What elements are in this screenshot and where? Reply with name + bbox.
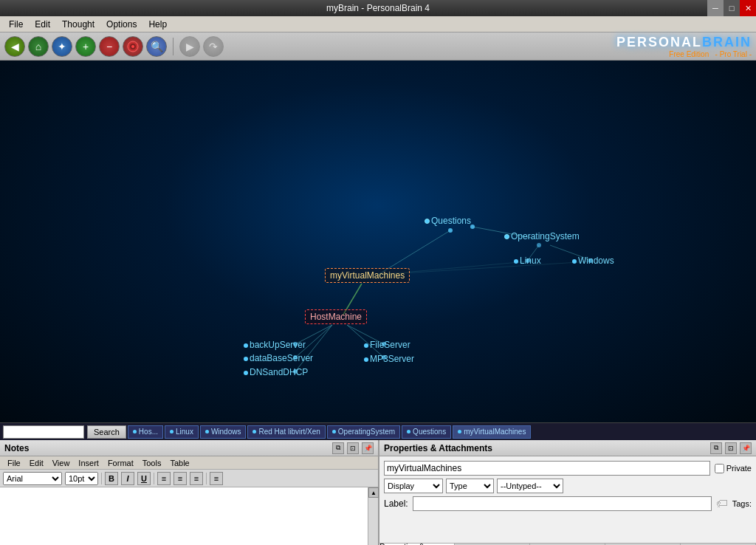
node-dnsanddhcp[interactable]: DNSandDHCP: [244, 367, 308, 377]
props-pin-icon[interactable]: 📌: [740, 442, 752, 454]
align-center-button[interactable]: ≡: [173, 472, 187, 485]
notes-menu: File Edit View Insert Format Tools Table: [0, 456, 378, 470]
notes-pin-icon[interactable]: 📌: [362, 442, 374, 454]
notes-menu-tools[interactable]: Tools: [138, 458, 166, 468]
forward-button[interactable]: ▶: [179, 36, 200, 57]
bottom-panels: Notes ⧉ ⊡ 📌 File Edit View Insert Format…: [0, 440, 756, 545]
toolbar: ◀ ⌂ ✦ + − 🔍 ▶ ↷ PERSONALBRAIN Free Editi…: [0, 32, 756, 61]
minimize-button[interactable]: ─: [707, 0, 724, 16]
props-restore-icon[interactable]: ⊡: [725, 442, 737, 454]
props-expand-icon[interactable]: ⧉: [710, 442, 722, 454]
tags-label: Tags:: [732, 499, 752, 508]
scroll-up[interactable]: ▲: [368, 487, 379, 498]
logo: PERSONALBRAIN Free Edition - Pro Trial -: [616, 35, 752, 58]
menu-item-thought[interactable]: Thought: [56, 18, 100, 31]
scroll-track: [368, 498, 378, 545]
search-button[interactable]: Search: [87, 425, 126, 439]
properties-body: Private Display Type --Untyped-- Label: …: [379, 456, 756, 515]
font-select[interactable]: Arial: [3, 472, 62, 485]
brain-button[interactable]: [123, 36, 143, 57]
list-button[interactable]: ≡: [210, 472, 223, 485]
notes-header: Notes ⧉ ⊡ 📌: [0, 440, 378, 456]
add-button[interactable]: +: [75, 36, 96, 57]
notes-title: Notes: [4, 443, 29, 453]
underline-button[interactable]: U: [137, 472, 151, 485]
notes-panel-icons: ⧉ ⊡ 📌: [332, 442, 374, 454]
search-button[interactable]: 🔍: [146, 36, 167, 57]
italic-button[interactable]: I: [121, 472, 134, 485]
notes-panel: Notes ⧉ ⊡ 📌 File Edit View Insert Format…: [0, 440, 379, 545]
tab-windows[interactable]: Windows: [200, 425, 247, 439]
graph-canvas[interactable]: Questions OperatingSystem Linux Windows …: [0, 61, 756, 422]
node-questions[interactable]: Questions: [425, 216, 471, 226]
window-title: myBrain - PersonalBrain 4: [326, 3, 430, 13]
expand-button[interactable]: ✦: [52, 36, 72, 57]
svg-point-17: [537, 243, 541, 247]
align-right-button[interactable]: ≡: [190, 472, 203, 485]
toolbar-separator: [173, 38, 173, 55]
menu-item-file[interactable]: File: [3, 18, 29, 31]
node-linux[interactable]: Linux: [514, 256, 541, 266]
untyped-select[interactable]: --Untyped--: [497, 479, 563, 493]
back-button[interactable]: ◀: [4, 36, 25, 57]
window-controls: ─ □ ✕: [707, 0, 756, 16]
remove-button[interactable]: −: [99, 36, 120, 57]
titlebar: myBrain - PersonalBrain 4 ─ □ ✕: [0, 0, 756, 16]
node-mp3server[interactable]: MP3Server: [364, 354, 414, 364]
graph-edges: [0, 61, 756, 422]
tab-operatingsystem[interactable]: OperatingSystem: [327, 425, 400, 439]
thought-name-input[interactable]: [384, 461, 710, 476]
menu-item-edit[interactable]: Edit: [29, 18, 56, 31]
properties-title: Properties & Attachments: [384, 443, 492, 453]
search-bar: Search: [3, 425, 126, 439]
properties-panel-icons: ⧉ ⊡ 📌: [710, 442, 752, 454]
notes-scrollbar[interactable]: ▲ ▼: [368, 487, 378, 545]
search-input[interactable]: [3, 425, 84, 439]
tabbar: Search Hos...LinuxWindowsRed Hat libvirt…: [0, 422, 756, 440]
align-left-button[interactable]: ≡: [157, 472, 171, 485]
props-type-row: Display Type --Untyped--: [384, 479, 752, 493]
node-databaseserver[interactable]: dataBaseServer: [244, 353, 313, 363]
label-input[interactable]: [413, 496, 712, 511]
tab-hos...[interactable]: Hos...: [128, 425, 163, 439]
notes-menu-edit[interactable]: Edit: [25, 458, 48, 468]
notes-restore-icon[interactable]: ⊡: [347, 442, 359, 454]
label-label: Label:: [384, 498, 408, 509]
menu-item-help[interactable]: Help: [142, 18, 173, 31]
close-button[interactable]: ✕: [740, 0, 756, 16]
notes-expand-icon[interactable]: ⧉: [332, 442, 344, 454]
notes-menu-format[interactable]: Format: [103, 458, 138, 468]
logo-text: PERSONALBRAIN: [616, 35, 752, 50]
notes-menu-table[interactable]: Table: [165, 458, 193, 468]
menu-item-options[interactable]: Options: [100, 18, 142, 31]
display-select[interactable]: Display: [384, 479, 443, 493]
node-myvirtualmachines[interactable]: myVirtualMachines: [325, 268, 410, 283]
svg-point-15: [448, 228, 453, 233]
notes-toolbar: Arial 10pt B I U ≡ ≡ ≡ ≡: [0, 470, 378, 487]
home-button[interactable]: ⌂: [28, 36, 49, 57]
node-windows[interactable]: Windows: [572, 256, 614, 266]
tab-questions[interactable]: Questions: [402, 425, 451, 439]
tab-red-hat-libvirt/xen[interactable]: Red Hat libvirt/Xen: [247, 425, 325, 439]
notes-menu-file[interactable]: File: [3, 458, 25, 468]
properties-header: Properties & Attachments ⧉ ⊡ 📌: [379, 440, 756, 456]
bold-button[interactable]: B: [105, 472, 118, 485]
tab-linux[interactable]: Linux: [165, 425, 199, 439]
node-backupserver[interactable]: backUpServer: [244, 340, 306, 350]
notes-content[interactable]: ▲ ▼: [0, 487, 378, 545]
private-checkbox[interactable]: [715, 464, 724, 473]
notes-menu-insert[interactable]: Insert: [74, 458, 103, 468]
props-name-row: Private: [384, 461, 752, 476]
tab-myvirtualmachines[interactable]: myVirtualMachines: [453, 425, 531, 439]
node-fileserver[interactable]: FileServer: [364, 340, 410, 350]
size-select[interactable]: 10pt: [65, 472, 98, 485]
redo-button[interactable]: ↷: [203, 36, 224, 57]
menubar: FileEditThoughtOptionsHelp: [0, 16, 756, 32]
node-operatingsystem[interactable]: OperatingSystem: [504, 231, 580, 241]
logo-subtitle: Free Edition - Pro Trial -: [669, 50, 752, 58]
type-select[interactable]: Type: [446, 479, 494, 493]
node-hostmachine[interactable]: HostMachine: [305, 309, 367, 324]
props-label-row: Label: 🏷 Tags:: [384, 496, 752, 511]
maximize-button[interactable]: □: [724, 0, 740, 16]
notes-menu-view[interactable]: View: [48, 458, 75, 468]
